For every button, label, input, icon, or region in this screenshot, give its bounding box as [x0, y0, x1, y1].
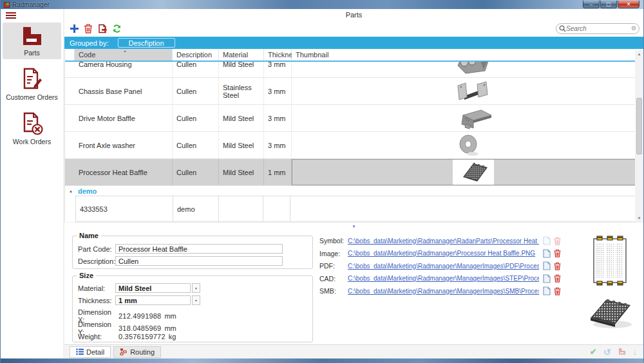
- pdf-path-link[interactable]: C:\bobs_data\Marketing\Radmanager\Manage…: [348, 263, 539, 270]
- weight-value: 0.3576159772: [118, 333, 166, 340]
- column-header-thickness[interactable]: Thickness: [264, 49, 292, 60]
- file-row-image: Image: C:\bobs_data\Marketing\Radmanager…: [319, 249, 561, 258]
- open-file-button[interactable]: [543, 261, 551, 270]
- file-row-pdf: PDF: C:\bobs_data\Marketing\Radmanager\M…: [319, 261, 561, 270]
- thickness-combobox[interactable]: 1 mm: [115, 295, 191, 305]
- download-icon[interactable]: ↓: [633, 348, 638, 356]
- maximize-button[interactable]: ▢: [600, 1, 617, 8]
- size-groupbox: Size Material: Mild Steel ▼ Thickness: 1…: [72, 275, 313, 342]
- thumbnail-image-box: [453, 160, 494, 185]
- size-group-title: Size: [77, 272, 96, 279]
- sidebar-item-label: Work Orders: [4, 138, 60, 145]
- sidebar-item-label: Parts: [4, 49, 60, 57]
- search-icon: [559, 25, 566, 32]
- image-path-link[interactable]: C:\bobs_data\Marketing\Radmanager\Proces…: [348, 250, 539, 257]
- table-header: ▲ Code Description Material Thickness Th…: [65, 49, 643, 62]
- thumbnail-front-axle-washer: [453, 133, 485, 158]
- scroll-up-icon[interactable]: ▲: [638, 50, 641, 58]
- splitter-collapse-icon[interactable]: ▼: [352, 225, 356, 228]
- search-input[interactable]: [566, 25, 631, 32]
- trash-icon: [84, 24, 93, 33]
- part-code-field[interactable]: [115, 244, 283, 254]
- table-row[interactable]: Camera Housing Cullen Mild Steel 3 mm: [65, 62, 643, 78]
- sidebar-item-label: Customer Orders: [4, 93, 60, 101]
- symbol-path-link[interactable]: C:\bobs_data\Marketing\Radmanager\RadanP…: [348, 237, 539, 245]
- toolbar: ⚙: [64, 21, 643, 37]
- table-scrollbar[interactable]: ▲ ▼: [635, 50, 643, 222]
- column-header-code[interactable]: ▲ Code: [75, 49, 173, 60]
- minimize-button[interactable]: –: [583, 1, 600, 8]
- title-bar[interactable]: Radmanager – ▢ ✕: [1, 0, 643, 9]
- menu-hamburger-icon[interactable]: [6, 12, 16, 20]
- sidebar-item-work-orders[interactable]: Work Orders: [3, 109, 61, 148]
- trash-icon: [554, 237, 561, 245]
- column-header-material[interactable]: Material: [219, 49, 264, 60]
- add-part-button[interactable]: [67, 23, 81, 35]
- window-bottom-border: [1, 358, 643, 363]
- material-dropdown-icon[interactable]: ▼: [192, 283, 200, 293]
- main-panel: Parts: [63, 9, 643, 358]
- sidebar-item-customer-orders[interactable]: Customer Orders: [3, 64, 61, 104]
- delete-file-button[interactable]: [554, 249, 561, 258]
- parts-icon: [19, 26, 45, 46]
- smb-path-link[interactable]: C:\bobs_data\Marketing\Radmanager\Manage…: [348, 288, 539, 295]
- thumbnail-camera-housing: [453, 62, 493, 77]
- document-icon: [543, 249, 551, 258]
- file-row-symbol: Symbol: C:\bobs_data\Marketing\Radmanage…: [319, 236, 561, 245]
- document-icon: [543, 274, 551, 283]
- undo-icon[interactable]: ↺: [603, 348, 611, 357]
- table-row[interactable]: Drive Motor Baffle Cullen Mild Steel 3 m…: [65, 105, 643, 132]
- table-rows: Camera Housing Cullen Mild Steel 3 mm: [65, 62, 643, 222]
- search-box[interactable]: ⚙: [556, 23, 639, 34]
- window-title: Radmanager: [12, 1, 50, 8]
- table-row[interactable]: Chassis Base Panel Cullen Stainless Stee…: [65, 78, 643, 105]
- group-collapse-icon[interactable]: ▲: [69, 189, 73, 193]
- table-row[interactable]: 4333553 demo: [66, 196, 643, 222]
- open-file-button[interactable]: [543, 249, 551, 258]
- sort-caret-icon: ▲: [144, 36, 147, 45]
- export-part-button[interactable]: [95, 23, 109, 35]
- close-button[interactable]: ✕: [618, 1, 639, 8]
- table-row[interactable]: Front Axle washer Cullen Mild Steel 3 mm: [65, 132, 643, 159]
- delete-file-button: [554, 236, 561, 245]
- description-field[interactable]: [115, 256, 283, 266]
- customer-orders-icon: [20, 68, 44, 91]
- material-combobox[interactable]: Mild Steel: [115, 283, 191, 293]
- thumbnail-chassis-base-panel: [453, 79, 493, 104]
- app-icon: [4, 2, 10, 8]
- open-file-button[interactable]: [543, 286, 551, 295]
- linked-files: Symbol: C:\bobs_data\Marketing\Radmanage…: [319, 236, 561, 299]
- thickness-dropdown-icon[interactable]: ▼: [192, 295, 200, 305]
- column-header-thumbnail[interactable]: Thumbnail: [292, 49, 643, 60]
- refresh-button[interactable]: [109, 23, 124, 35]
- apply-check-icon[interactable]: ✔: [590, 348, 597, 356]
- open-file-button: [543, 236, 551, 245]
- trash-icon: [554, 249, 561, 257]
- delete-part-button[interactable]: [81, 23, 95, 35]
- cad-path-link[interactable]: C:\bobs_data\Marketing\Radmanager\Manage…: [348, 275, 539, 282]
- parts-action-icon[interactable]: [618, 348, 627, 357]
- parts-table: ▲ Code Description Material Thickness Th…: [64, 49, 643, 222]
- open-file-button[interactable]: [543, 274, 551, 283]
- table-row-selected[interactable]: Processor Heat Baffle Cullen Mild Steel …: [65, 159, 643, 186]
- delete-file-button[interactable]: [554, 261, 561, 270]
- bottom-tab-bar: Detail Routing ✔ ↺: [64, 344, 643, 358]
- weight-label: Weight:: [78, 333, 118, 340]
- delete-file-button[interactable]: [554, 274, 561, 283]
- thumbnail-drive-motor-baffle: [453, 106, 495, 131]
- search-options-gear-icon[interactable]: ⚙: [631, 26, 636, 32]
- tab-detail[interactable]: Detail: [70, 346, 111, 358]
- work-orders-icon: [20, 112, 44, 135]
- delete-file-button[interactable]: [554, 286, 561, 295]
- sidebar-item-parts[interactable]: Parts: [3, 23, 61, 59]
- scroll-down-icon[interactable]: ▼: [638, 214, 641, 222]
- sidebar: Parts Customer Orders: [1, 9, 63, 358]
- detail-panel: Name Part Code: Description: Size Materi…: [64, 230, 643, 344]
- scrollbar-thumb[interactable]: [636, 98, 642, 154]
- group-header-demo[interactable]: ▲ demo: [65, 186, 643, 196]
- tab-routing[interactable]: Routing: [113, 346, 161, 358]
- trash-icon: [554, 274, 561, 283]
- panel-splitter[interactable]: ▼: [64, 222, 643, 230]
- column-header-description[interactable]: Description: [173, 49, 219, 60]
- group-by-description-chip[interactable]: ▲ Description: [118, 38, 175, 48]
